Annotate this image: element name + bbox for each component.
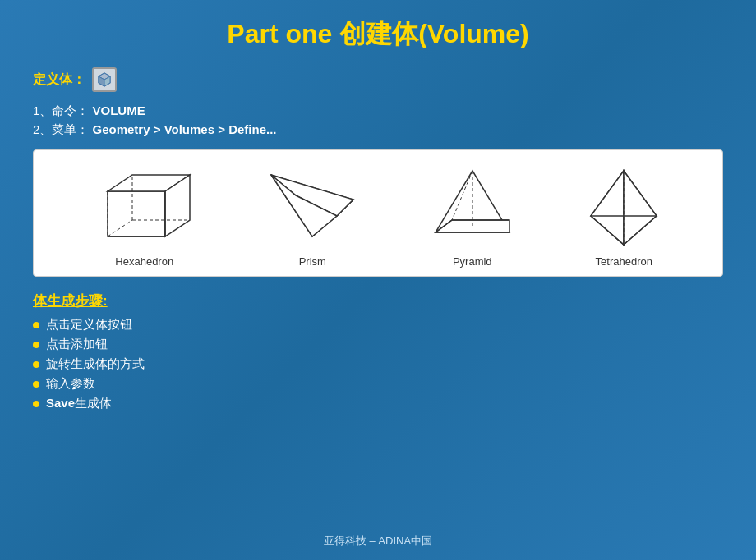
step-text-3: 旋转生成体的方式	[46, 356, 145, 372]
commands-section: 1、命令： VOLUME 2、菜单： Geometry > Volumes > …	[33, 103, 723, 138]
shape-tetrahedron: Tetrahedron	[583, 167, 665, 268]
cmd2-value: Geometry > Volumes > Define...	[93, 122, 277, 136]
step-1: 点击定义体按钮	[33, 317, 723, 333]
shape-hexahedron: Hexahedron	[91, 167, 198, 268]
step-5: Save生成体	[33, 396, 723, 411]
step-4: 输入参数	[33, 376, 723, 392]
shape-pyramid: Pyramid	[427, 167, 518, 268]
bullet-3	[33, 361, 39, 368]
prism-label: Prism	[299, 255, 326, 268]
step-text-2: 点击添加钮	[46, 337, 108, 352]
define-label: 定义体：	[33, 71, 85, 89]
define-row: 定义体：	[33, 67, 723, 92]
save-rest: 生成体	[75, 396, 112, 410]
bullet-1	[33, 322, 39, 328]
prism-svg	[263, 167, 362, 249]
hexahedron-label: Hexahedron	[115, 255, 173, 268]
tetrahedron-label: Tetrahedron	[596, 255, 652, 268]
step-text-5: Save生成体	[46, 396, 112, 411]
bullet-5	[33, 401, 39, 407]
shapes-panel: Hexahedron Prism	[33, 149, 723, 277]
geometry-text: Geometry	[93, 122, 150, 136]
svg-rect-7	[108, 191, 165, 236]
steps-section: 体生成步骤: 点击定义体按钮 点击添加钮 旋转生成体的方式 输入参数 Save生…	[33, 291, 723, 411]
cmd2-label: 2、菜单：	[33, 122, 89, 136]
volume-icon-box[interactable]	[92, 67, 117, 92]
slide: Part one 创建体(Volume) 定义体： 1、命令： VOLUME 2…	[0, 0, 756, 560]
bullet-4	[33, 381, 39, 388]
command-line-2: 2、菜单： Geometry > Volumes > Define...	[33, 122, 723, 138]
shape-prism: Prism	[263, 167, 362, 268]
step-3: 旋转生成体的方式	[33, 356, 723, 372]
steps-title: 体生成步骤:	[33, 291, 723, 310]
menu-rest: > Volumes > Define...	[154, 122, 277, 136]
cmd1-label: 1、命令：	[33, 103, 89, 117]
tetrahedron-svg	[583, 167, 665, 249]
step-text-1: 点击定义体按钮	[46, 317, 132, 333]
hexahedron-svg	[91, 167, 198, 249]
cube-icon	[96, 71, 113, 88]
bullet-2	[33, 342, 39, 348]
step-2: 点击添加钮	[33, 337, 723, 352]
pyramid-label: Pyramid	[453, 255, 492, 268]
pyramid-svg	[427, 167, 518, 249]
slide-title: Part one 创建体(Volume)	[33, 16, 723, 53]
command-line-1: 1、命令： VOLUME	[33, 103, 723, 119]
step-text-4: 输入参数	[46, 376, 95, 392]
svg-marker-32	[624, 171, 657, 245]
footer: 亚得科技 – ADINA中国	[0, 534, 756, 549]
svg-marker-31	[591, 171, 624, 245]
cmd1-value: VOLUME	[93, 103, 145, 117]
save-bold: Save	[46, 396, 75, 410]
